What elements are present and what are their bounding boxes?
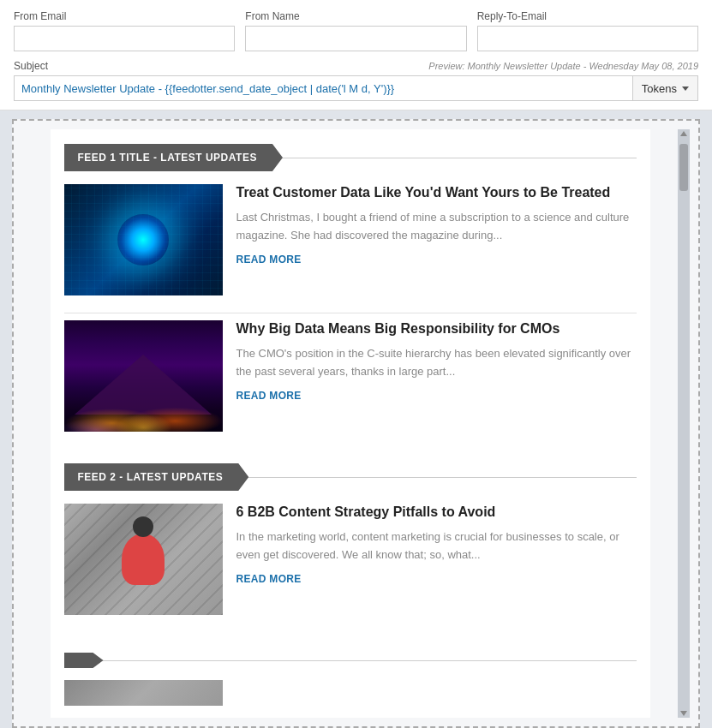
feed3-title-tag [64, 653, 104, 668]
article3-img-bg [64, 504, 223, 615]
feed3-header-rule [64, 660, 637, 661]
email-body: FEED 1 TITLE - LATEST UPDATES Treat Cust… [51, 129, 650, 718]
feed3-header-wrapper [51, 632, 650, 709]
article2-read-more[interactable]: READ MORE [236, 390, 302, 402]
preview-text: Preview: Monthly Newsletter Update - Wed… [428, 61, 698, 71]
scrollbar[interactable] [678, 129, 690, 718]
article3-read-more[interactable]: READ MORE [236, 573, 302, 585]
article1-excerpt: Last Christmas, I bought a friend of min… [236, 209, 637, 245]
article-row: 6 B2B Content Strategy Pitfalls to Avoid… [51, 497, 650, 629]
article3-content: 6 B2B Content Strategy Pitfalls to Avoid… [236, 504, 637, 615]
scroll-up-arrow[interactable] [680, 131, 687, 136]
reply-to-input[interactable] [477, 26, 698, 51]
scroll-thumb[interactable] [679, 144, 688, 191]
article-row: Treat Customer Data Like You'd Want Your… [51, 177, 650, 309]
article1-title: Treat Customer Data Like You'd Want Your… [236, 184, 637, 202]
partial-image [64, 680, 223, 706]
from-name-field: From Name [245, 10, 466, 51]
from-email-input[interactable] [14, 26, 235, 51]
feed1-header-wrapper: FEED 1 TITLE - LATEST UPDATES [51, 129, 650, 177]
article1-glow [117, 214, 169, 266]
article2-image [64, 320, 223, 432]
preview-container: FEED 1 TITLE - LATEST UPDATES Treat Cust… [12, 119, 700, 728]
tokens-button[interactable]: Tokens [632, 75, 698, 101]
chevron-down-icon [682, 87, 689, 91]
article2-content: Why Big Data Means Big Responsibility fo… [236, 320, 637, 432]
article1-content: Treat Customer Data Like You'd Want Your… [236, 184, 637, 295]
subject-row: Subject Preview: Monthly Newsletter Upda… [14, 60, 698, 101]
article1-read-more[interactable]: READ MORE [236, 254, 302, 266]
subject-label: Subject [14, 60, 48, 72]
article1-image [64, 184, 223, 295]
article2-lights [64, 389, 223, 432]
from-email-label: From Email [14, 10, 235, 22]
article2-excerpt: The CMO's position in the C-suite hierar… [236, 345, 637, 381]
article3-image [64, 504, 223, 615]
feed2-title-tag: FEED 2 - LATEST UPDATES [64, 463, 249, 491]
feed1-header-line: FEED 1 TITLE - LATEST UPDATES [64, 141, 637, 174]
feed1-title-tag: FEED 1 TITLE - LATEST UPDATES [64, 144, 283, 171]
preview-wrapper: FEED 1 TITLE - LATEST UPDATES Treat Cust… [0, 110, 712, 728]
article3-excerpt: In the marketing world, content marketin… [236, 528, 637, 564]
scroll-down-arrow[interactable] [680, 711, 687, 716]
article3-title: 6 B2B Content Strategy Pitfalls to Avoid [236, 504, 637, 522]
article2-img-bg [64, 320, 223, 432]
subject-input[interactable] [14, 75, 632, 101]
feed2-header-line: FEED 2 - LATEST UPDATES [64, 461, 637, 493]
from-email-field: From Email [14, 10, 235, 51]
article2-title: Why Big Data Means Big Responsibility fo… [236, 320, 637, 338]
article-row: Why Big Data Means Big Responsibility fo… [51, 313, 650, 445]
article3-person [122, 534, 165, 585]
reply-to-label: Reply-To-Email [477, 10, 698, 22]
tokens-label: Tokens [642, 82, 677, 95]
from-name-input[interactable] [245, 26, 466, 51]
feed3-header-line [64, 644, 637, 677]
email-preview: FEED 1 TITLE - LATEST UPDATES Treat Cust… [22, 129, 678, 718]
from-name-label: From Name [245, 10, 466, 22]
reply-to-field: Reply-To-Email [477, 10, 698, 51]
article1-img-bg [64, 184, 223, 295]
feed2-header-wrapper: FEED 2 - LATEST UPDATES [51, 449, 650, 497]
